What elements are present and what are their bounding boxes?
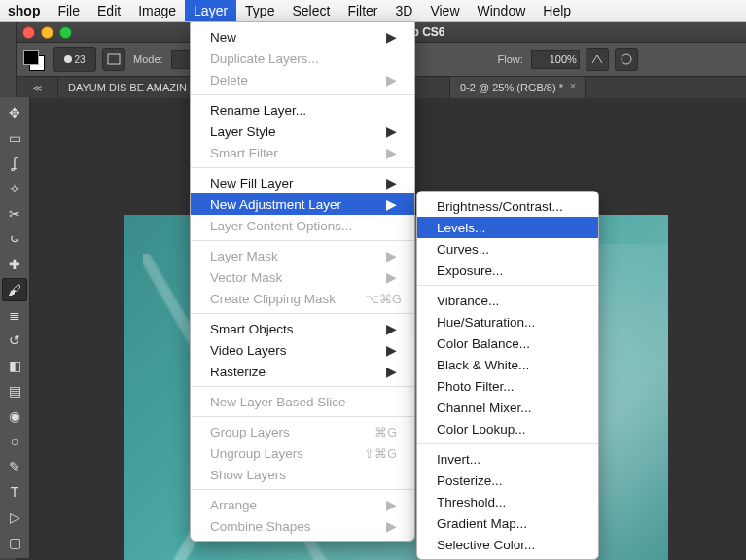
menubar-item-edit[interactable]: Edit [89,0,129,21]
submenu-arrow-icon: ▶ [386,497,397,512]
adjustment-submenu-item-label: Vibrance... [437,294,499,308]
blur-tool[interactable]: ◉ [2,404,27,428]
history-brush-tool[interactable]: ↺ [2,329,27,352]
adjustment-submenu-item[interactable]: Selective Color... [417,534,598,555]
layer-menu-item[interactable]: New Fill Layer▶ [191,172,414,193]
airbrush-toggle-icon[interactable] [586,48,609,71]
path-selection-tool[interactable]: ▷ [2,506,27,529]
pen-tool[interactable]: ✎ [2,455,27,478]
layer-menu-item: Show Layers [191,464,414,485]
adjustment-submenu-item[interactable]: Color Balance... [417,332,598,354]
type-tool[interactable]: T [2,480,27,504]
eyedropper-tool[interactable]: ⤿ [2,228,27,251]
brush-tool[interactable]: 🖌 [2,278,27,301]
magic-wand-tool[interactable]: ✧ [2,177,27,200]
layer-menu-item[interactable]: Layer Style▶ [191,121,414,142]
new-adjustment-layer-submenu: Brightness/Contrast...Levels...Curves...… [416,191,599,560]
adjustment-submenu-item[interactable]: Invert... [417,448,598,470]
adjustment-submenu-item[interactable]: Exposure... [417,260,598,281]
submenu-arrow-icon: ▶ [386,321,397,336]
layer-menu-item-label: Create Clipping Mask [210,292,336,306]
menubar-appname[interactable]: shop [8,0,49,21]
menubar-item-window[interactable]: Window [469,0,535,21]
submenu-arrow-icon: ▶ [386,123,397,139]
adjustment-submenu-item[interactable]: Channel Mixer... [417,397,598,418]
foreground-color-swatch[interactable] [23,50,39,65]
adjustment-submenu-item[interactable]: Posterize... [417,470,598,491]
adjustment-submenu-item-label: Channel Mixer... [437,401,532,415]
layer-menu-dropdown: New▶Duplicate Layers...Delete▶Rename Lay… [190,21,415,542]
adjustment-submenu-item[interactable]: Curves... [417,238,598,260]
gradient-tool[interactable]: ▤ [2,379,27,402]
adjustment-submenu-item-label: Levels... [437,221,485,235]
color-swatches[interactable] [20,47,48,72]
tab-bar-prev-icon[interactable]: ≪ [17,77,58,98]
adjustment-submenu-item[interactable]: Hue/Saturation... [417,311,598,332]
menubar-item-file[interactable]: File [49,0,89,21]
window-zoom-button[interactable] [59,26,72,39]
brush-preset-picker[interactable]: 23 [53,47,96,72]
layer-menu-item[interactable]: Video Layers▶ [191,339,414,361]
marquee-tool[interactable]: ▭ [2,126,27,150]
mode-label: Mode: [133,53,163,65]
document-tab-label: DAYUM DIS BE AMAZIN [68,82,187,93]
menubar-item-layer[interactable]: Layer [185,0,236,21]
adjustment-submenu-item-label: Curves... [437,242,489,257]
document-tab[interactable]: 0-2 @ 25% (RGB/8) * × [450,77,586,98]
layer-menu-item[interactable]: Rasterize▶ [191,361,414,382]
flow-input[interactable] [531,50,580,69]
layer-menu-item-label: Layer Style [210,124,276,139]
adjustment-submenu-item-label: Color Lookup... [437,422,526,437]
clone-stamp-tool[interactable]: ≣ [2,303,27,327]
submenu-arrow-icon: ▶ [386,518,397,534]
menubar-item-filter[interactable]: Filter [338,0,386,21]
eraser-tool[interactable]: ◧ [2,354,27,377]
menubar-item-help[interactable]: Help [534,0,580,21]
adjustment-submenu-item[interactable]: Color Lookup... [417,418,598,439]
layer-menu-item-label: Arrange [210,498,257,512]
menubar-item-3d[interactable]: 3D [387,0,422,21]
layer-menu-item[interactable]: New▶ [191,26,414,48]
layer-menu-item: Group Layers⌘G [191,421,414,442]
layer-menu-item[interactable]: New Adjustment Layer▶ [191,193,414,215]
tab-close-icon[interactable]: × [567,80,579,91]
menubar-item-view[interactable]: View [421,0,468,21]
layer-menu-item[interactable]: Smart Objects▶ [191,318,414,339]
adjustment-submenu-item[interactable]: Photo Filter... [417,375,598,397]
adjustment-submenu-item[interactable]: Threshold... [417,491,598,512]
adjustment-submenu-item-label: Color Balance... [437,336,530,351]
move-tool[interactable]: ✥ [2,101,27,124]
menubar-item-select[interactable]: Select [283,0,338,21]
adjustment-submenu-item-label: Photo Filter... [437,379,515,394]
document-tab[interactable]: DAYUM DIS BE AMAZIN × [58,77,209,98]
menubar-item-image[interactable]: Image [129,0,185,21]
layer-menu-item: Create Clipping Mask⌥⌘G [191,288,414,309]
healing-brush-tool[interactable]: ✚ [2,253,27,276]
adjustment-submenu-item[interactable]: Brightness/Contrast... [417,195,598,217]
submenu-arrow-icon: ▶ [386,269,397,285]
layer-menu-item-label: Smart Filter [210,146,278,160]
layer-menu-item[interactable]: Rename Layer... [191,99,414,121]
adjustment-submenu-item[interactable]: Gradient Map... [417,512,598,534]
adjustment-submenu-item-label: Black & White... [437,358,529,372]
menubar-item-type[interactable]: Type [236,0,283,21]
adjustment-submenu-item[interactable]: Levels... [417,217,598,238]
layer-menu-item-label: New Adjustment Layer [210,197,341,212]
window-minimize-button[interactable] [41,26,53,39]
flow-label: Flow: [498,53,523,65]
layer-menu-item-label: Combine Shapes [210,519,311,534]
shape-tool[interactable]: ▢ [2,531,27,554]
adjustment-submenu-item[interactable]: Vibrance... [417,290,598,311]
window-close-button[interactable] [22,26,35,39]
layer-menu-item-label: Smart Objects [210,322,294,336]
brush-panel-toggle-icon[interactable] [102,48,125,71]
tablet-pressure-icon[interactable] [615,48,638,71]
layer-menu-item: Smart Filter▶ [191,142,414,163]
adjustment-submenu-item-label: Brightness/Contrast... [437,199,563,214]
crop-tool[interactable]: ✂ [2,202,27,226]
layer-menu-item-label: Video Layers [210,343,287,358]
lasso-tool[interactable]: ʆ [2,152,27,175]
layer-menu-item-label: Duplicate Layers... [210,52,319,66]
dodge-tool[interactable]: ○ [2,430,27,453]
adjustment-submenu-item[interactable]: Black & White... [417,354,598,375]
